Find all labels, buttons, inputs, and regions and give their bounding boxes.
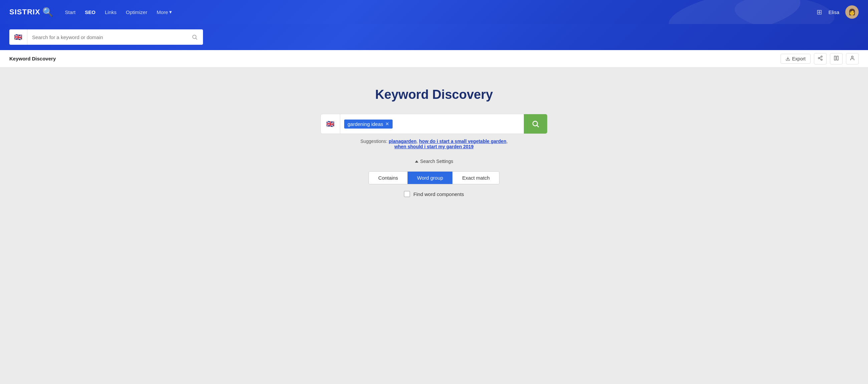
view-toggle-button[interactable]: [830, 53, 843, 64]
breadcrumb-title: Keyword Discovery: [9, 56, 56, 61]
user-name[interactable]: Elisa: [828, 9, 839, 15]
svg-line-7: [819, 57, 821, 58]
keyword-country-flag-button[interactable]: 🇬🇧: [321, 114, 340, 134]
nav-links-item[interactable]: Links: [105, 9, 117, 15]
keyword-tag-close-button[interactable]: ✕: [385, 121, 389, 126]
suggestion-2[interactable]: how do i start a small vegetable garden: [419, 139, 506, 144]
user-icon: [850, 55, 855, 61]
nav-more-dropdown[interactable]: More ▾: [157, 9, 172, 15]
breadcrumb-bar: Keyword Discovery Export: [0, 50, 868, 67]
match-contains-button[interactable]: Contains: [369, 172, 408, 184]
kw-flag-emoji: 🇬🇧: [326, 120, 335, 128]
avatar[interactable]: 👩: [845, 5, 859, 19]
export-button[interactable]: Export: [780, 54, 811, 64]
nav-start[interactable]: Start: [65, 9, 76, 15]
search-settings-toggle[interactable]: Search Settings: [415, 158, 453, 164]
suggestion-3[interactable]: when should i start my garden 2019: [394, 144, 473, 149]
chevron-down-icon: ▾: [169, 9, 172, 15]
download-icon: [785, 56, 790, 61]
top-search-container: 🇬🇧: [9, 29, 203, 45]
find-word-components-label: Find word components: [413, 191, 464, 197]
nav-seo[interactable]: SEO: [85, 9, 95, 15]
keyword-tag: gardening ideas ✕: [344, 120, 393, 128]
nav-optimizer[interactable]: Optimizer: [126, 9, 147, 15]
keyword-tag-text: gardening ideas: [347, 121, 383, 127]
nav-right: ⊞ Elisa 👩: [816, 5, 859, 19]
magnifier-icon: [192, 34, 198, 40]
flag-emoji: 🇬🇧: [14, 33, 22, 41]
page-title: Keyword Discovery: [375, 87, 493, 102]
find-word-components-row: Find word components: [404, 191, 464, 197]
triangle-up-icon: [415, 160, 418, 163]
search-icon: [531, 120, 539, 128]
match-word-group-button[interactable]: Word group: [408, 172, 453, 184]
svg-line-12: [537, 125, 538, 127]
svg-rect-9: [837, 56, 838, 60]
match-exact-button[interactable]: Exact match: [453, 172, 499, 184]
search-icon: 🔍: [42, 7, 53, 18]
top-navigation: SISTRIX 🔍 Start SEO Links Optimizer More…: [0, 0, 868, 24]
svg-point-10: [851, 56, 853, 58]
keyword-search-area: 🇬🇧 gardening ideas ✕: [320, 114, 548, 134]
top-search-input[interactable]: [27, 34, 186, 40]
nav-more-label: More: [157, 9, 168, 15]
export-label: Export: [792, 56, 806, 61]
match-type-row: Contains Word group Exact match: [369, 171, 499, 184]
share-icon: [817, 55, 823, 61]
share-button[interactable]: [814, 53, 827, 64]
suggestion-1[interactable]: planagarden: [389, 139, 416, 144]
top-search-bar: 🇬🇧: [0, 24, 868, 50]
suggestions-row: Suggestions: planagarden, how do i start…: [360, 139, 507, 149]
breadcrumb-actions: Export: [780, 53, 859, 64]
search-settings-label: Search Settings: [420, 158, 453, 164]
country-flag-button[interactable]: 🇬🇧: [9, 29, 27, 45]
user-settings-button[interactable]: [846, 53, 859, 64]
find-word-components-checkbox[interactable]: [404, 191, 410, 197]
suggestions-prefix: Suggestions:: [360, 139, 387, 144]
svg-line-1: [196, 38, 197, 39]
main-content: Keyword Discovery 🇬🇧 gardening ideas ✕ S…: [0, 67, 868, 384]
grid-icon[interactable]: ⊞: [816, 8, 822, 16]
svg-line-6: [819, 58, 821, 59]
svg-rect-8: [834, 56, 836, 60]
top-search-button[interactable]: [186, 29, 203, 45]
keyword-search-button[interactable]: [524, 114, 547, 134]
logo[interactable]: SISTRIX 🔍: [9, 7, 53, 18]
columns-icon: [834, 55, 839, 61]
keyword-input-area[interactable]: gardening ideas ✕: [340, 114, 524, 134]
brand-name: SISTRIX: [9, 8, 40, 17]
nav-links: Start SEO Links Optimizer More ▾: [65, 9, 172, 15]
